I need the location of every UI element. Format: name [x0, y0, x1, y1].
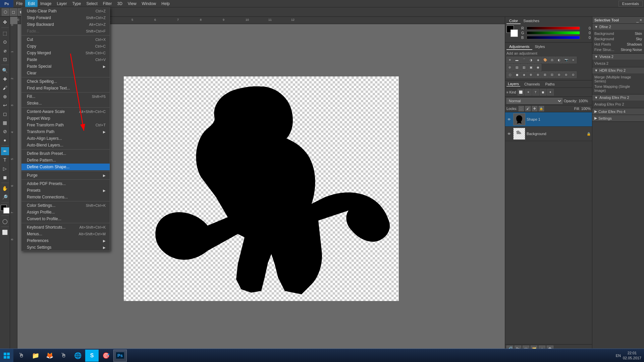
healing-tool[interactable]: ✚ [1, 75, 9, 83]
adj-icon-hue[interactable]: 🎨 [542, 57, 548, 63]
ps-logo[interactable]: Ps [0, 0, 13, 7]
viveza2-header[interactable]: ▼ Viveza 2 [592, 54, 644, 60]
menu-filter[interactable]: Filter [100, 0, 115, 7]
adj-icon-3[interactable]: ◼ [514, 71, 520, 78]
tab-adjustments[interactable]: Adjustments [506, 44, 532, 50]
menu-item-keyboard_shortcuts___[interactable]: Keyboard Shortcuts...Alt+Shift+Ctrl+K [21, 224, 110, 231]
kind-adjustment[interactable]: ☀ [525, 89, 532, 96]
taskbar-app-firefox[interactable]: 🦊 [43, 350, 56, 362]
menu-help[interactable]: Help [159, 0, 172, 7]
menu-view[interactable]: View [125, 0, 139, 7]
eraser-tool[interactable]: ◻ [1, 110, 9, 118]
menu-item-content_aware_scale[interactable]: Content-Aware ScaleAlt+Shift+Ctrl+C [21, 108, 110, 115]
r-slider[interactable] [527, 26, 580, 30]
kind-type[interactable]: T [532, 89, 539, 96]
menu-file[interactable]: File [13, 0, 25, 7]
colorefex-header[interactable]: ▶ Color Efex Pro 4 [592, 108, 644, 115]
path-ops-btn[interactable]: ◻ [10, 8, 17, 16]
adj-icon-gradient-map[interactable]: ▣ [528, 64, 534, 71]
g-slider[interactable] [527, 31, 580, 35]
hdr-header[interactable]: ▼ HDR Efex Pro 2 [592, 67, 644, 73]
dodge-tool[interactable]: ● [1, 136, 9, 144]
zoom-tool[interactable]: 🔎 [1, 193, 9, 201]
adj-icon-exposure[interactable]: ◑ [528, 57, 534, 63]
menu-item-auto_align_layers___[interactable]: Auto-Align Layers... [21, 135, 110, 142]
fill-value[interactable]: 100% [581, 107, 591, 111]
workspace-selector[interactable]: Essentials [619, 1, 643, 7]
move-tool[interactable]: ✤ [1, 18, 9, 26]
menu-item-purge[interactable]: Purge▶ [21, 172, 110, 179]
blur-tool[interactable]: ⊘ [1, 127, 9, 135]
screen-mode[interactable]: ⬜ [1, 228, 9, 236]
menu-item-adobe_pdf_presets___[interactable]: Adobe PDF Presets... [21, 180, 110, 187]
eyedropper-tool[interactable]: 🔍 [1, 66, 9, 74]
adj-icon-2[interactable]: ◻ [506, 71, 513, 78]
layer-visibility-bg[interactable]: 👁 [506, 131, 512, 136]
menu-item-define_brush_preset___[interactable]: Define Brush Preset... [21, 150, 110, 157]
layer-item-shape1[interactable]: 👁 Shape 1 [505, 112, 592, 127]
dfine2-section-header[interactable]: ▼ Dfine 2 [592, 24, 644, 30]
quick-select-tool[interactable]: ⌀ [1, 47, 9, 55]
taskbar-app-photoshop[interactable]: Ps [113, 350, 127, 362]
quick-mask-mode[interactable]: ◯ [1, 217, 9, 225]
analog-header[interactable]: ▼ Analog Efex Pro 2 [592, 95, 644, 101]
taskbar-app-cursor[interactable]: 🖱 [57, 350, 70, 362]
menu-image[interactable]: Image [38, 0, 54, 7]
menu-item-cut[interactable]: CutCtrl+X [21, 36, 110, 43]
menu-item-menus___[interactable]: Menus...Alt+Shift+Ctrl+M [21, 231, 110, 237]
stamp-tool[interactable]: ⊕ [1, 93, 9, 101]
opacity-value[interactable]: 100% [579, 99, 591, 103]
taskbar-app-unknown1[interactable]: 🎯 [99, 350, 113, 362]
text-tool[interactable]: T [1, 156, 9, 164]
menu-item-stroke___[interactable]: Stroke... [21, 100, 110, 107]
menu-item-convert_to_profile___[interactable]: Convert to Profile... [21, 216, 110, 222]
taskbar-app-explorer-files[interactable]: 🖱 [15, 350, 28, 362]
color-swatches[interactable] [1, 205, 9, 214]
menu-item-paste[interactable]: PasteCtrl+V [21, 56, 110, 63]
adj-icon-invert[interactable]: ⊘ [506, 64, 513, 71]
hand-tool[interactable]: ✋ [1, 184, 9, 192]
adj-icon-channelmix[interactable]: ≡ [570, 57, 577, 63]
menu-item-define_pattern___[interactable]: Define Pattern... [21, 157, 110, 164]
blend-mode-select[interactable]: Normal [506, 98, 562, 104]
selective-close[interactable]: × [640, 18, 642, 22]
menu-layer[interactable]: Layer [54, 0, 69, 7]
adj-icon-5[interactable]: ⊕ [528, 71, 534, 78]
menu-item-puppet_warp[interactable]: Puppet Warp [21, 115, 110, 122]
layer-visibility-shape1[interactable]: 👁 [506, 117, 512, 122]
adj-icon-8[interactable]: ⊟ [549, 71, 555, 78]
kind-shape[interactable]: ◼ [540, 89, 546, 96]
crop-tool[interactable]: ⊡ [1, 55, 9, 63]
selective-minimize[interactable]: _ [636, 18, 639, 22]
menu-item-preferences[interactable]: Preferences▶ [21, 237, 110, 244]
menu-window[interactable]: Window [139, 0, 159, 7]
adj-icon-photo[interactable]: 📷 [563, 57, 570, 63]
adj-icon-colorbalance[interactable]: ⚖ [549, 57, 555, 63]
b-slider[interactable] [527, 36, 580, 39]
menu-item-define_custom_shape___[interactable]: Define Custom Shape... [21, 164, 110, 170]
layer-item-background[interactable]: 👁 Background 🔒 [505, 127, 592, 141]
pen-tool[interactable]: ✒ [1, 147, 9, 155]
color-swatches-display[interactable] [506, 25, 518, 37]
menu-item-undo_clear_path[interactable]: Undo Clear PathCtrl+Z [21, 8, 110, 14]
menu-type[interactable]: Type [69, 0, 84, 7]
menu-item-remote_connections___[interactable]: Remote Connections... [21, 194, 110, 200]
menu-item-check_spelling___[interactable]: Check Spelling... [21, 78, 110, 85]
menu-select[interactable]: Select [84, 0, 100, 7]
menu-edit[interactable]: Edit [25, 0, 38, 7]
adj-icon-9[interactable]: ⊛ [556, 71, 562, 78]
menu-item-transform_path[interactable]: Transform Path▶ [21, 128, 110, 135]
brush-tool[interactable]: 🖌 [1, 84, 9, 92]
path-select-tool[interactable]: ▷ [1, 165, 9, 173]
menu-item-step_backward[interactable]: Step BackwardAlt+Ctrl+Z [21, 21, 110, 28]
tab-color[interactable]: Color [506, 18, 521, 24]
kind-smart[interactable]: ✦ [547, 89, 554, 96]
menu-item-clear[interactable]: Clear [21, 70, 110, 76]
bg-swatch[interactable] [511, 29, 518, 37]
adj-icon-brightness[interactable]: ☀ [506, 57, 513, 63]
menu-item-step_forward[interactable]: Step ForwardShift+Ctrl+Z [21, 14, 110, 21]
adj-icon-6[interactable]: ⊗ [535, 71, 541, 78]
adj-icon-selective-color[interactable]: ◉ [535, 64, 541, 71]
menu-item-free_transform_path[interactable]: Free Transform PathCtrl+T [21, 122, 110, 128]
menu-item-presets[interactable]: Presets▶ [21, 187, 110, 194]
